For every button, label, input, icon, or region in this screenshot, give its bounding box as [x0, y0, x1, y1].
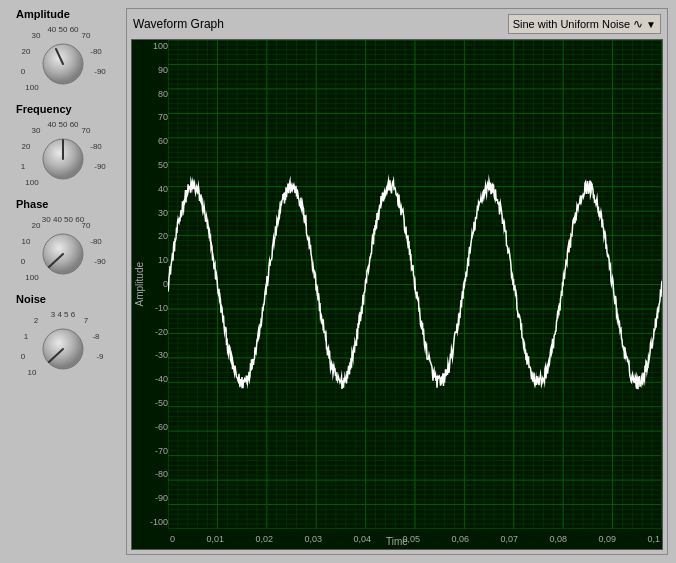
svg-text:100: 100 — [25, 273, 39, 282]
svg-text:30: 30 — [32, 31, 41, 40]
x-axis-label: Time — [386, 536, 408, 547]
frequency-knob-group: Frequency 40 50 60 30 70 20 -80 1 -90 10… — [8, 103, 118, 192]
svg-text:10: 10 — [28, 368, 37, 377]
right-panel: Waveform Graph Sine with Uniform Noise ∿… — [126, 8, 668, 555]
x-tick-007: 0,07 — [500, 534, 518, 544]
x-axis-label-container: Time — [386, 535, 408, 547]
svg-text:0: 0 — [21, 67, 26, 76]
x-tick-004: 0,04 — [353, 534, 371, 544]
main-container: Amplitude 40 50 60 30 70 20 -80 0 -90 10… — [0, 0, 676, 563]
amplitude-knob-group: Amplitude 40 50 60 30 70 20 -80 0 -90 10… — [8, 8, 118, 97]
svg-text:30 40 50 60: 30 40 50 60 — [42, 215, 85, 224]
svg-text:-90: -90 — [94, 257, 106, 266]
svg-text:-80: -80 — [90, 142, 102, 151]
left-panel: Amplitude 40 50 60 30 70 20 -80 0 -90 10… — [8, 8, 118, 555]
x-tick-003: 0,03 — [304, 534, 322, 544]
x-tick-001: 0,01 — [206, 534, 224, 544]
noise-label: Noise — [16, 293, 46, 305]
dropdown-arrow-icon[interactable]: ▼ — [646, 19, 656, 30]
x-tick-006: 0,06 — [451, 534, 469, 544]
phase-knob[interactable]: 30 40 50 60 20 70 10 -80 0 -90 100 — [18, 212, 108, 287]
svg-text:10: 10 — [22, 237, 31, 246]
svg-text:-80: -80 — [90, 47, 102, 56]
x-tick-009: 0,09 — [598, 534, 616, 544]
svg-text:20: 20 — [22, 47, 31, 56]
svg-text:2: 2 — [34, 316, 39, 325]
phase-knob-group: Phase 30 40 50 60 20 70 10 -80 0 -90 100 — [8, 198, 118, 287]
svg-text:100: 100 — [25, 83, 39, 92]
phase-label: Phase — [16, 198, 48, 210]
x-tick-01: 0,1 — [647, 534, 660, 544]
amplitude-knob[interactable]: 40 50 60 30 70 20 -80 0 -90 100 — [18, 22, 108, 97]
graph-header: Waveform Graph Sine with Uniform Noise ∿… — [127, 9, 667, 39]
graph-area: 100 90 80 70 60 50 40 30 20 10 0 -10 -20… — [131, 39, 663, 550]
svg-text:70: 70 — [82, 31, 91, 40]
wave-icon: ∿ — [633, 17, 643, 31]
svg-text:1: 1 — [24, 332, 29, 341]
y-axis-label: Amplitude — [134, 262, 145, 306]
svg-text:100: 100 — [25, 178, 39, 187]
svg-text:3 4 5 6: 3 4 5 6 — [51, 310, 76, 319]
noise-knob[interactable]: 3 4 5 6 2 7 1 -8 0 -9 10 — [18, 307, 108, 382]
signal-selector[interactable]: Sine with Uniform Noise ∿ ▼ — [508, 14, 661, 34]
noise-knob-group: Noise 3 4 5 6 2 7 1 -8 0 -9 10 — [8, 293, 118, 382]
x-tick-008: 0,08 — [549, 534, 567, 544]
svg-text:-80: -80 — [90, 237, 102, 246]
waveform-canvas — [168, 40, 662, 529]
svg-text:0: 0 — [21, 352, 26, 361]
svg-text:0: 0 — [21, 257, 26, 266]
svg-text:-90: -90 — [94, 162, 106, 171]
svg-text:7: 7 — [84, 316, 89, 325]
svg-text:40 50 60: 40 50 60 — [47, 120, 79, 129]
y-axis-label-container: Amplitude — [132, 40, 146, 529]
svg-text:20: 20 — [32, 221, 41, 230]
svg-text:70: 70 — [82, 126, 91, 135]
svg-text:-9: -9 — [96, 352, 104, 361]
svg-text:40 50 60: 40 50 60 — [47, 25, 79, 34]
x-tick-0: 0 — [170, 534, 175, 544]
svg-text:-8: -8 — [92, 332, 100, 341]
x-axis: 0 0,01 0,02 0,03 0,04 0,05 0,06 0,07 0,0… — [168, 529, 662, 549]
svg-text:70: 70 — [82, 221, 91, 230]
svg-text:1: 1 — [21, 162, 26, 171]
signal-selector-label: Sine with Uniform Noise — [513, 18, 630, 30]
x-tick-002: 0,02 — [255, 534, 273, 544]
amplitude-label: Amplitude — [16, 8, 70, 20]
svg-text:30: 30 — [32, 126, 41, 135]
frequency-label: Frequency — [16, 103, 72, 115]
svg-text:20: 20 — [22, 142, 31, 151]
frequency-knob[interactable]: 40 50 60 30 70 20 -80 1 -90 100 — [18, 117, 108, 192]
svg-text:-90: -90 — [94, 67, 106, 76]
graph-title: Waveform Graph — [133, 17, 224, 31]
